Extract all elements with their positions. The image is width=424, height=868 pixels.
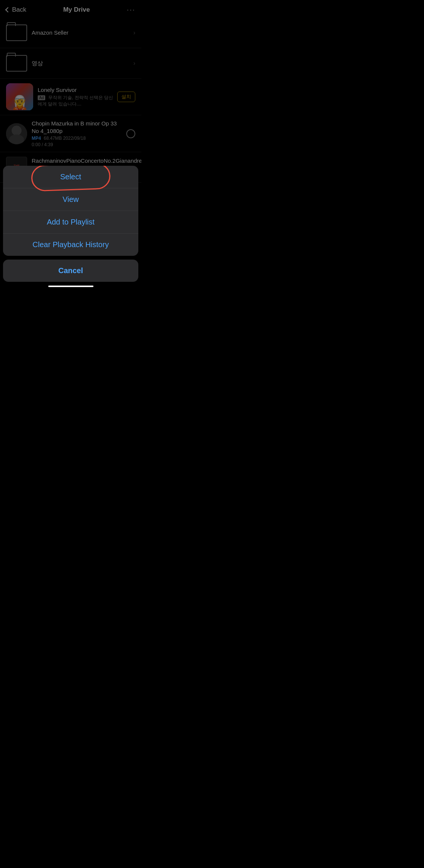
- cancel-button[interactable]: Cancel: [3, 260, 138, 282]
- view-action[interactable]: View: [3, 188, 138, 211]
- select-label: Select: [60, 173, 81, 181]
- select-action[interactable]: Select: [3, 166, 138, 188]
- action-sheet: Select View Add to Playlist Clear Playba…: [3, 166, 138, 256]
- clear-history-label: Clear Playback History: [32, 240, 109, 249]
- add-to-playlist-label: Add to Playlist: [47, 218, 95, 226]
- add-to-playlist-action[interactable]: Add to Playlist: [3, 211, 138, 234]
- view-label: View: [63, 195, 79, 203]
- cancel-label: Cancel: [58, 266, 83, 275]
- cancel-sheet: Cancel: [3, 260, 138, 282]
- clear-history-action[interactable]: Clear Playback History: [3, 234, 138, 256]
- action-sheet-wrapper: Select View Add to Playlist Clear Playba…: [0, 166, 141, 289]
- home-indicator: [48, 286, 93, 287]
